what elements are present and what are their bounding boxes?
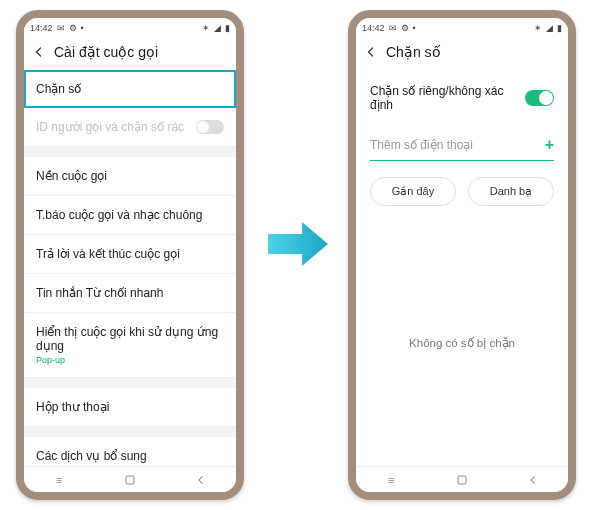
row-label: Hiển thị cuộc gọi khi sử dụng ứng dụng P… <box>36 325 224 365</box>
app-header: Chặn số <box>356 36 568 70</box>
row-label: Tin nhắn Từ chối nhanh <box>36 286 163 300</box>
empty-text: Không có số bị chặn <box>409 337 515 349</box>
spacer <box>356 350 568 466</box>
add-phone-input[interactable]: Thêm số điện thoại + <box>370 126 554 161</box>
status-icon: • <box>81 23 84 33</box>
input-placeholder: Thêm số điện thoại <box>370 138 473 152</box>
toggle-on-icon[interactable] <box>525 90 554 106</box>
row-supplementary[interactable]: Các dịch vụ bổ sung <box>24 437 236 466</box>
recents-icon[interactable]: ≡ <box>52 473 66 487</box>
status-bar: 14:42 ✉ ⚙ • ✶ ◢ ▮ <box>24 18 236 36</box>
nav-bar: ≡ <box>24 466 236 492</box>
home-icon[interactable] <box>455 473 469 487</box>
status-icon: ⚙ <box>401 23 409 33</box>
status-icon: ✉ <box>389 23 397 33</box>
row-block-unknown[interactable]: Chặn số riêng/không xác định <box>356 70 568 126</box>
status-bar: 14:42 ✉ ⚙ • ✶ ◢ ▮ <box>356 18 568 36</box>
row-alerts-ringtone[interactable]: T.báo cuộc gọi và nhạc chuông <box>24 196 236 235</box>
phone-frame-left: 14:42 ✉ ⚙ • ✶ ◢ ▮ Cài đặt cuộc gọi Chặn … <box>16 10 244 500</box>
wifi-icon: ✶ <box>202 23 210 33</box>
row-label: Các dịch vụ bổ sung <box>36 449 147 463</box>
row-answer-end[interactable]: Trả lời và kết thúc cuộc gọi <box>24 235 236 274</box>
page-title: Chặn số <box>386 44 441 60</box>
empty-state: Không có số bị chặn <box>356 336 568 350</box>
row-label: ID người gọi và chặn số rác <box>36 120 184 134</box>
status-time: 14:42 <box>30 23 53 33</box>
row-block-numbers[interactable]: Chặn số <box>24 70 236 108</box>
row-voicemail[interactable]: Hộp thư thoại <box>24 388 236 427</box>
toggle-icon <box>196 120 224 134</box>
row-label: Nền cuộc gọi <box>36 169 107 183</box>
section-gap <box>24 147 236 157</box>
row-call-background[interactable]: Nền cuộc gọi <box>24 157 236 196</box>
row-show-while-app[interactable]: Hiển thị cuộc gọi khi sử dụng ứng dụng P… <box>24 313 236 378</box>
row-quick-decline[interactable]: Tin nhắn Từ chối nhanh <box>24 274 236 313</box>
arrow-icon <box>266 216 330 272</box>
status-icon: • <box>413 23 416 33</box>
wifi-icon: ✶ <box>534 23 542 33</box>
signal-icon: ◢ <box>546 23 553 33</box>
status-icon: ✉ <box>57 23 65 33</box>
back-icon[interactable] <box>364 46 378 58</box>
home-icon[interactable] <box>123 473 137 487</box>
row-label: Chặn số <box>36 82 81 96</box>
row-label: Hộp thư thoại <box>36 400 109 414</box>
row-label: T.báo cuộc gọi và nhạc chuông <box>36 208 202 222</box>
battery-icon: ▮ <box>557 23 562 33</box>
chip-recent[interactable]: Gần đây <box>370 177 456 206</box>
source-chips: Gần đây Danh bạ <box>356 177 568 206</box>
plus-icon[interactable]: + <box>545 136 554 154</box>
row-label: Chặn số riêng/không xác định <box>370 84 525 112</box>
chip-label: Gần đây <box>392 185 434 197</box>
nav-back-icon[interactable] <box>526 473 540 487</box>
section-gap <box>24 378 236 388</box>
row-label: Trả lời và kết thúc cuộc gọi <box>36 247 180 261</box>
app-header: Cài đặt cuộc gọi <box>24 36 236 70</box>
nav-back-icon[interactable] <box>194 473 208 487</box>
chip-contacts[interactable]: Danh bạ <box>468 177 554 206</box>
signal-icon: ◢ <box>214 23 221 33</box>
page-title: Cài đặt cuộc gọi <box>54 44 158 60</box>
row-sublabel: Pop-up <box>36 355 224 365</box>
section-gap <box>24 427 236 437</box>
nav-bar: ≡ <box>356 466 568 492</box>
status-time: 14:42 <box>362 23 385 33</box>
chip-label: Danh bạ <box>490 185 532 197</box>
battery-icon: ▮ <box>225 23 230 33</box>
recents-icon[interactable]: ≡ <box>384 473 398 487</box>
phone-frame-right: 14:42 ✉ ⚙ • ✶ ◢ ▮ Chặn số Chặn số riêng/… <box>348 10 576 500</box>
row-caller-id-spam: ID người gọi và chặn số rác <box>24 108 236 147</box>
settings-list: Chặn số ID người gọi và chặn số rác Nền … <box>24 70 236 466</box>
svg-rect-0 <box>126 476 134 484</box>
svg-rect-1 <box>458 476 466 484</box>
back-icon[interactable] <box>32 46 46 58</box>
status-icon: ⚙ <box>69 23 77 33</box>
